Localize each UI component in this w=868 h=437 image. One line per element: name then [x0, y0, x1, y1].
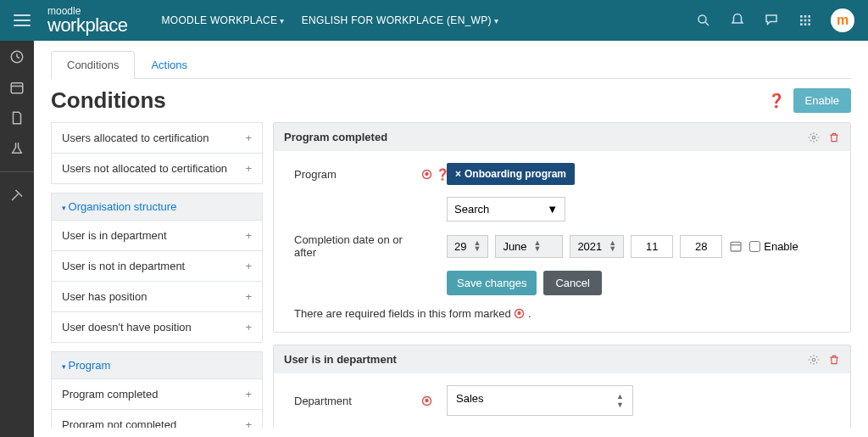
svg-rect-2 [800, 15, 803, 18]
svg-rect-6 [804, 20, 807, 22]
add-icon[interactable]: + [245, 388, 252, 401]
card-title: User is in department [284, 353, 397, 366]
required-icon: ⦿ [421, 168, 432, 181]
user-avatar[interactable]: m [831, 8, 854, 32]
brand-logo[interactable]: moodle workplace [47, 6, 128, 35]
svg-point-0 [698, 15, 706, 23]
apps-icon[interactable] [797, 12, 814, 29]
chat-icon[interactable] [763, 12, 780, 29]
card-program-completed: Program completed Program ⦿❓ ×Onboarding… [273, 122, 851, 333]
group-program[interactable]: Program [51, 351, 263, 379]
dashboard-icon[interactable] [9, 49, 25, 64]
hour-input[interactable]: 11 [631, 235, 673, 258]
month-select[interactable]: June▲▼ [495, 235, 563, 258]
brand-bottom: workplace [47, 16, 128, 35]
svg-rect-3 [804, 15, 807, 18]
required-icon: ⦿ [421, 395, 432, 407]
svg-rect-14 [11, 83, 23, 93]
calendar-icon[interactable] [9, 80, 25, 95]
svg-rect-4 [808, 15, 810, 18]
search-icon[interactable] [695, 12, 712, 29]
chevron-down-icon: ▼ [547, 203, 558, 216]
tab-conditions[interactable]: Conditions [51, 51, 135, 78]
add-icon[interactable]: + [245, 321, 252, 333]
side-rail [0, 41, 34, 437]
svg-line-16 [12, 194, 19, 201]
file-icon[interactable] [9, 110, 25, 126]
remove-icon[interactable]: × [455, 168, 461, 180]
condition-library: Users allocated to certification+ Users … [51, 122, 263, 428]
minute-input[interactable]: 28 [680, 235, 722, 258]
add-icon[interactable]: + [245, 162, 252, 175]
list-item[interactable]: Users not allocated to certification+ [51, 154, 263, 184]
bell-icon[interactable] [729, 12, 746, 29]
year-select[interactable]: 2021▲▼ [570, 235, 624, 258]
program-search[interactable]: Search▼ [447, 197, 565, 221]
svg-rect-19 [731, 242, 741, 251]
list-item[interactable]: Program not completed+ [51, 410, 263, 428]
program-chip[interactable]: ×Onboarding program [447, 163, 575, 185]
save-button[interactable]: Save changes [447, 271, 537, 295]
list-item[interactable]: User is in department+ [51, 221, 263, 251]
svg-point-21 [812, 358, 815, 361]
label-program: Program [294, 168, 421, 181]
add-icon[interactable]: + [245, 260, 252, 272]
svg-line-1 [705, 22, 709, 25]
required-note: There are required fields in this form m… [294, 307, 830, 320]
svg-point-18 [812, 136, 815, 139]
rail-separator [0, 171, 34, 172]
group-org-structure[interactable]: Organisation structure [51, 193, 263, 221]
list-item[interactable]: User has position+ [51, 282, 263, 312]
department-select[interactable]: Sales▲▼ [447, 385, 633, 416]
card-title: Program completed [284, 131, 387, 143]
gear-icon[interactable] [808, 132, 820, 143]
date-enable-checkbox[interactable]: Enable [749, 240, 798, 253]
page-title: Conditions [51, 87, 166, 114]
add-icon[interactable]: + [245, 418, 252, 428]
gear-icon[interactable] [808, 354, 820, 366]
svg-rect-9 [804, 23, 807, 25]
svg-rect-7 [808, 20, 810, 22]
lab-icon[interactable] [9, 141, 25, 156]
svg-rect-5 [800, 20, 803, 22]
svg-rect-10 [808, 23, 810, 25]
nav-language[interactable]: ENGLISH FOR WORKPLACE (EN_WP) [302, 14, 498, 26]
list-item[interactable]: Users allocated to certification+ [51, 122, 263, 154]
trash-icon[interactable] [828, 354, 840, 366]
menu-toggle[interactable] [14, 14, 31, 26]
enable-button[interactable]: Enable [793, 88, 851, 113]
svg-line-13 [17, 57, 19, 59]
card-user-in-department: User is in department Department ⦿ Sales… [273, 345, 851, 428]
add-icon[interactable]: + [245, 132, 252, 144]
tab-actions[interactable]: Actions [135, 51, 203, 78]
tools-icon[interactable] [9, 188, 25, 203]
list-item[interactable]: Program completed+ [51, 379, 263, 410]
tabs: Conditions Actions [51, 51, 851, 79]
list-item[interactable]: User doesn't have position+ [51, 312, 263, 343]
help-icon[interactable]: ❓ [768, 92, 785, 109]
brand-top: moodle [47, 6, 128, 16]
label-completion-date: Completion date on or after [294, 233, 421, 259]
list-item[interactable]: User is not in department+ [51, 251, 263, 282]
svg-rect-8 [800, 23, 803, 25]
label-department: Department [294, 395, 421, 407]
add-icon[interactable]: + [245, 229, 252, 242]
trash-icon[interactable] [828, 132, 840, 143]
cancel-button[interactable]: Cancel [543, 271, 601, 295]
day-select[interactable]: 29▲▼ [447, 235, 488, 258]
add-icon[interactable]: + [245, 290, 252, 303]
nav-workplace[interactable]: MOODLE WORKPLACE [162, 14, 285, 26]
calendar-icon[interactable] [729, 239, 743, 253]
